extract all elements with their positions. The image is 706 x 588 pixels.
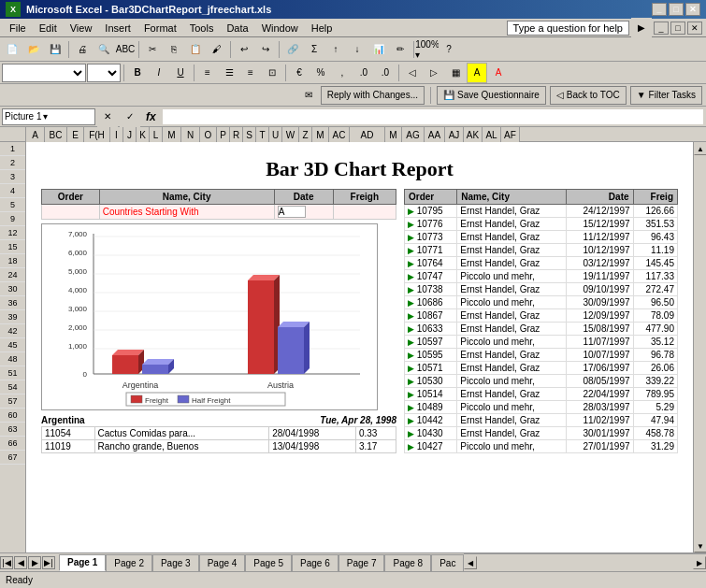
copy-button[interactable]: ⎘ (164, 39, 184, 60)
cut-button[interactable]: ✂ (142, 39, 163, 60)
tab-prev-button[interactable]: ◀ (14, 556, 27, 569)
filter-input[interactable] (278, 206, 306, 218)
borders-button[interactable]: ▦ (445, 63, 466, 83)
app-close-button[interactable]: ✕ (687, 22, 702, 35)
col-header-K[interactable]: K (137, 127, 150, 142)
col-header-FH[interactable]: F(H (84, 127, 110, 142)
back-to-toc-button[interactable]: ◁ Back to TOC (550, 86, 627, 105)
sheet-tab-pac[interactable]: Pac (431, 554, 464, 571)
menu-help[interactable]: Help (306, 21, 339, 36)
menu-tools[interactable]: Tools (184, 21, 220, 36)
app-minimize-button[interactable]: _ (654, 22, 669, 35)
sheet-tab-page-5[interactable]: Page 5 (245, 554, 292, 571)
underline-button[interactable]: U (170, 63, 191, 83)
col-header-U[interactable]: U (269, 127, 282, 142)
menu-insert[interactable]: Insert (99, 21, 137, 36)
bold-button[interactable]: B (127, 63, 148, 83)
menu-window[interactable]: Window (256, 21, 304, 36)
font-name-combo[interactable] (2, 64, 86, 82)
col-header-AL[interactable]: AL (483, 127, 501, 142)
drawing-button[interactable]: ✏ (390, 39, 411, 60)
zoom-dropdown-button[interactable]: 100% ▾ (417, 39, 438, 60)
tab-first-button[interactable]: |◀ (0, 556, 13, 569)
scroll-up-button[interactable]: ▲ (694, 142, 706, 155)
open-button[interactable]: 📂 (23, 39, 44, 60)
font-color-button[interactable]: A (488, 63, 509, 83)
autosum-button[interactable]: Σ (304, 39, 324, 60)
tab-next-button[interactable]: ▶ (28, 556, 41, 569)
menu-view[interactable]: View (65, 21, 98, 36)
menu-edit[interactable]: Edit (34, 21, 63, 36)
sheet-tab-page-7[interactable]: Page 7 (339, 554, 385, 571)
cancel-button[interactable]: ✕ (97, 107, 118, 127)
col-header-R[interactable]: R (230, 127, 243, 142)
menu-format[interactable]: Format (138, 21, 182, 36)
indent-decrease-button[interactable]: ◁ (402, 63, 423, 83)
col-header-O[interactable]: O (200, 127, 217, 142)
scroll-down-button[interactable]: ▼ (694, 539, 706, 552)
sheet-tab-page-4[interactable]: Page 4 (199, 554, 246, 571)
h-scroll-right-button[interactable]: ▶ (693, 556, 706, 569)
col-header-M[interactable]: M (163, 127, 181, 142)
decrease-decimal-button[interactable]: .0 (375, 63, 396, 83)
filter-tasks-button[interactable]: ▼ Filter Tasks (630, 86, 702, 105)
undo-button[interactable]: ↩ (234, 39, 254, 60)
col-header-L[interactable]: L (150, 127, 163, 142)
maximize-button[interactable]: □ (669, 3, 684, 16)
col-header-AK[interactable]: AK (464, 127, 483, 142)
col-header-I[interactable]: I (110, 127, 123, 142)
col-header-W[interactable]: W (282, 127, 299, 142)
col-header-AF[interactable]: AF (501, 127, 520, 142)
comma-button[interactable]: , (332, 63, 353, 83)
sort-desc-button[interactable]: ↓ (347, 39, 367, 60)
col-header-AJ[interactable]: AJ (445, 127, 464, 142)
sheet-tab-page-8[interactable]: Page 8 (384, 554, 431, 571)
indent-increase-button[interactable]: ▷ (424, 63, 444, 83)
italic-button[interactable]: I (149, 63, 169, 83)
col-header-AG[interactable]: AG (402, 127, 425, 142)
minimize-button[interactable]: _ (652, 3, 667, 16)
spell-check-button[interactable]: ABC (115, 39, 136, 60)
h-scroll-track[interactable]: ◀ ▶ (464, 553, 706, 571)
print-preview-button[interactable]: 🔍 (94, 39, 114, 60)
save-button[interactable]: 💾 (45, 39, 65, 60)
tab-last-button[interactable]: ▶| (42, 556, 55, 569)
hyperlink-button[interactable]: 🔗 (282, 39, 303, 60)
col-header-P[interactable]: P (217, 127, 230, 142)
col-header-S[interactable]: S (243, 127, 256, 142)
align-right-button[interactable]: ≡ (240, 63, 261, 83)
filter-input-cell[interactable] (274, 205, 333, 220)
confirm-button[interactable]: ✓ (120, 107, 140, 127)
col-header-M2[interactable]: M (312, 127, 329, 142)
sheet-tab-page-6[interactable]: Page 6 (292, 554, 339, 571)
col-header-N[interactable]: N (181, 127, 200, 142)
help-search-button[interactable]: ▶ (631, 18, 652, 38)
font-size-combo[interactable] (87, 64, 121, 82)
col-header-AC[interactable]: AC (329, 127, 350, 142)
col-header-E[interactable]: E (67, 127, 84, 142)
col-header-AAAJ[interactable]: AA (425, 127, 445, 142)
sheet-tab-page-3[interactable]: Page 3 (152, 554, 199, 571)
print-button[interactable]: 🖨 (72, 39, 93, 60)
col-header-M3[interactable]: M (385, 127, 402, 142)
align-center-button[interactable]: ☰ (219, 63, 239, 83)
formula-input[interactable] (162, 108, 704, 125)
redo-button[interactable]: ↪ (255, 39, 276, 60)
scroll-track[interactable] (694, 155, 706, 539)
col-header-T[interactable]: T (256, 127, 269, 142)
paste-button[interactable]: 📋 (185, 39, 206, 60)
fill-color-button[interactable]: A (467, 63, 487, 83)
increase-decimal-button[interactable]: .0 (353, 63, 374, 83)
col-header-AD[interactable]: AD (350, 127, 385, 142)
currency-button[interactable]: € (289, 63, 310, 83)
menu-data[interactable]: Data (221, 21, 253, 36)
col-header-A[interactable]: A (26, 127, 45, 142)
col-header-J[interactable]: J (123, 127, 137, 142)
reply-changes-button[interactable]: Reply with Changes... (321, 86, 425, 105)
help-search-box[interactable]: Type a question for help (507, 21, 629, 36)
h-scroll-left-button[interactable]: ◀ (464, 556, 477, 569)
name-box[interactable]: Picture 1 ▾ (2, 108, 95, 125)
align-left-button[interactable]: ≡ (197, 63, 218, 83)
sort-asc-button[interactable]: ↑ (325, 39, 346, 60)
vertical-scrollbar[interactable]: ▲ ▼ (693, 142, 706, 552)
